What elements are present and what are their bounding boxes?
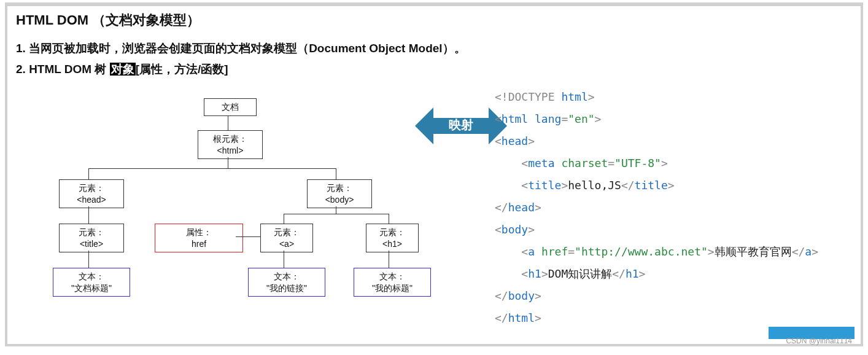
node-a-l2: <a> [265, 238, 309, 249]
edge [389, 214, 389, 224]
node-document-label: 文档 [208, 101, 252, 112]
node-h1: 元素： <h1> [366, 224, 419, 252]
bullet-2-b: 树 [91, 63, 110, 76]
document-page: HTML DOM （文档对象模型） 1. 当网页被加载时，浏览器会创建页面的文档… [5, 2, 863, 346]
code-line: <!DOCTYPE html> [495, 86, 818, 108]
watermark: CSDN @yinhai1114 [786, 337, 852, 345]
code-line: <meta charset="UTF-8"> [495, 152, 818, 174]
node-h1-l2: <h1> [370, 238, 414, 249]
bullet-1: 1. 当网页被加载时，浏览器会创建页面的文档对象模型（Document Obje… [16, 38, 852, 59]
code-line: </head> [495, 197, 818, 219]
edge [336, 206, 336, 214]
node-text1-l2: "文档标题" [57, 283, 126, 294]
node-a: 元素： <a> [260, 224, 313, 252]
bullet-list: 1. 当网页被加载时，浏览器会创建页面的文档对象模型（Document Obje… [16, 38, 852, 80]
node-text3-l2: "我的标题" [358, 283, 427, 294]
bullet-1-text-b: ）。 [443, 42, 466, 55]
edge [389, 251, 389, 268]
code-line: <a href="http://www.abc.net">韩顺平教育官网</a> [495, 241, 818, 263]
edge [228, 115, 228, 130]
bullet-2-c: [属性，方法/函数] [136, 63, 228, 76]
edge [284, 251, 284, 268]
node-root: 根元素： <html> [198, 130, 263, 158]
edge [88, 251, 89, 268]
edge [228, 157, 228, 168]
dom-tree-diagram: 文档 根元素： <html> 元素： <head> 元素： <body> [16, 92, 415, 313]
node-text2-l1: 文本： [252, 271, 321, 282]
code-line: <body> [495, 219, 818, 241]
bullet-2-a: HTML DOM [29, 63, 91, 76]
bullet-1-text-a: 当网页被加载时，浏览器会创建页面的文档对象模型（ [26, 42, 309, 55]
node-attr-href: 属性： href [155, 224, 243, 252]
node-text1-l1: 文本： [57, 271, 126, 282]
edge [336, 168, 336, 179]
bullet-1-bold: Document Object Model [309, 42, 442, 55]
node-attr-l2: href [159, 238, 239, 249]
node-head-l2: <head> [63, 194, 120, 205]
code-snippet: <!DOCTYPE html> <html lang="en"> <head> … [495, 86, 818, 329]
node-text-link: 文本： "我的链接" [248, 268, 325, 296]
node-title: 元素： <title> [59, 224, 124, 252]
node-root-l1: 根元素： [202, 133, 258, 144]
node-body: 元素： <body> [307, 179, 372, 208]
node-body-l2: <body> [311, 194, 368, 205]
bullet-2-num: 2. [16, 63, 29, 76]
node-h1-l1: 元素： [370, 227, 414, 238]
node-head-l1: 元素： [63, 182, 120, 193]
code-line: <head> [495, 130, 818, 152]
node-title-l2: <title> [63, 238, 120, 249]
bullet-1-num: 1. [16, 42, 26, 55]
node-body-l1: 元素： [311, 182, 368, 193]
node-document: 文档 [204, 98, 257, 115]
edge [88, 168, 336, 169]
edge [284, 214, 389, 214]
mapping-arrow-label: 映射 [449, 117, 473, 133]
node-text3-l1: 文本： [358, 271, 427, 282]
bullet-2-highlight: 对象 [110, 63, 136, 76]
content-area: 文档 根元素： <html> 元素： <head> 元素： <body> [16, 86, 852, 319]
node-a-l1: 元素： [265, 227, 309, 238]
node-text-title: 文本： "文档标题" [53, 268, 130, 296]
edge [236, 236, 260, 237]
code-line: <title>hello,JS</title> [495, 174, 818, 197]
node-text2-l2: "我的链接" [252, 283, 321, 294]
edge [284, 214, 284, 224]
node-title-l1: 元素： [63, 227, 120, 238]
code-line: </html> [495, 307, 818, 329]
edge [88, 206, 89, 224]
node-root-l2: <html> [202, 145, 258, 156]
page-title: HTML DOM （文档对象模型） [16, 11, 852, 29]
node-head: 元素： <head> [59, 179, 124, 208]
node-attr-l1: 属性： [159, 227, 239, 238]
bullet-2: 2. HTML DOM 树 对象[属性，方法/函数] [16, 59, 852, 80]
node-text-heading: 文本： "我的标题" [354, 268, 431, 296]
edge [88, 168, 89, 179]
code-line: <html lang="en"> [495, 108, 818, 130]
code-line: <h1>DOM知识讲解</h1> [495, 263, 818, 285]
code-line: </body> [495, 285, 818, 307]
